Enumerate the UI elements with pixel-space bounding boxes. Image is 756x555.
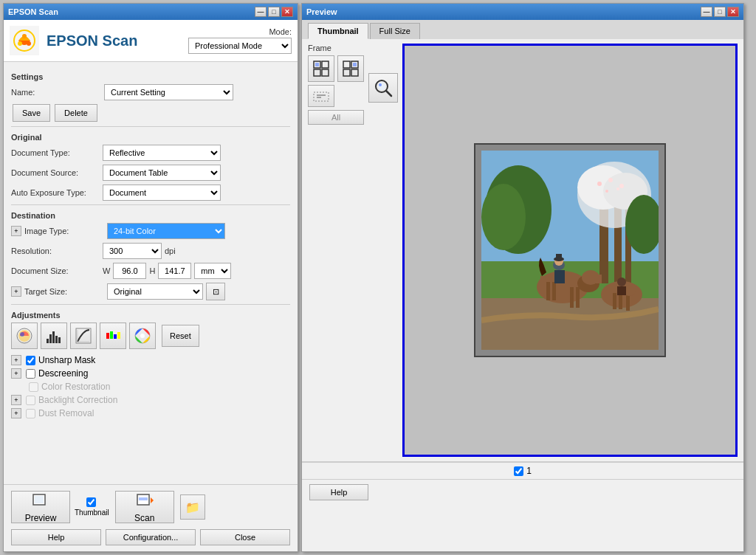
- svg-point-41: [378, 83, 385, 90]
- backlight-checkbox[interactable]: [26, 396, 35, 405]
- auto-exposure-row: Auto Exposure Type: Document: [11, 185, 290, 201]
- dust-removal-checkbox[interactable]: [26, 409, 35, 418]
- color-restoration-checkbox[interactable]: [29, 382, 38, 392]
- frame-controls: Frame: [302, 39, 743, 462]
- svg-rect-9: [49, 334, 52, 343]
- document-source-select[interactable]: Document Table: [103, 165, 221, 181]
- preview-maximize-btn[interactable]: □: [714, 7, 726, 17]
- frame-auto-btn[interactable]: [308, 55, 334, 82]
- svg-rect-66: [554, 270, 565, 283]
- epson-minimize-btn[interactable]: —: [255, 7, 267, 17]
- svg-rect-57: [540, 276, 549, 282]
- epson-maximize-btn[interactable]: □: [268, 7, 280, 17]
- tone-icon-btn[interactable]: [70, 323, 97, 349]
- svg-rect-32: [343, 61, 350, 68]
- h-label: H: [149, 266, 155, 275]
- target-size-select[interactable]: Original: [107, 283, 203, 300]
- original-section-label: Original: [11, 133, 290, 142]
- target-size-expand[interactable]: +: [11, 286, 21, 297]
- preview-window-title: Preview: [306, 7, 337, 16]
- document-size-label: Document Size:: [11, 266, 100, 275]
- tab-fullsize[interactable]: Full Size: [370, 23, 420, 39]
- dpi-label: dpi: [165, 247, 176, 255]
- color-wheel-icon-btn[interactable]: [129, 323, 156, 349]
- folder-button[interactable]: 📁: [180, 494, 205, 520]
- backlight-expand[interactable]: +: [11, 395, 21, 405]
- color-restoration-label: Color Restoration: [41, 382, 110, 392]
- frame-delete-btn[interactable]: [308, 85, 334, 107]
- scan-button[interactable]: Scan: [115, 491, 174, 523]
- svg-rect-64: [596, 275, 602, 283]
- auto-exposure-select[interactable]: Document: [103, 185, 221, 201]
- w-label: W: [103, 266, 110, 275]
- svg-rect-30: [322, 69, 329, 76]
- unit-select[interactable]: mm: [194, 263, 231, 279]
- svg-point-76: [617, 278, 626, 286]
- preview-help-button[interactable]: Help: [309, 484, 368, 500]
- target-size-row: + Target Size: Original ⊡: [11, 283, 290, 300]
- thumbnail-image: [481, 151, 659, 350]
- svg-rect-31: [315, 63, 319, 66]
- mode-select[interactable]: Professional Mode: [188, 38, 292, 54]
- zoom-btn[interactable]: [368, 73, 398, 103]
- frame-checkbox-row: 1: [302, 462, 743, 479]
- image-type-expand[interactable]: +: [11, 226, 21, 236]
- descreening-checkbox[interactable]: [26, 369, 35, 379]
- epson-logo: [10, 26, 39, 55]
- dust-removal-label: Dust Removal: [38, 408, 94, 418]
- color-adj-icon-btn[interactable]: [11, 323, 38, 349]
- color-restoration-row: Color Restoration: [29, 382, 290, 392]
- unsharp-mask-expand[interactable]: +: [11, 355, 21, 365]
- width-input[interactable]: [113, 263, 146, 279]
- dust-removal-expand[interactable]: +: [11, 408, 21, 418]
- tab-thumbnail[interactable]: Thumbnail: [308, 23, 368, 39]
- name-select[interactable]: Current Setting: [104, 84, 233, 100]
- document-size-row: Document Size: W H mm: [11, 263, 290, 279]
- bottom-buttons: Preview Thumbnail Scan 📁: [4, 484, 298, 529]
- resolution-select[interactable]: 300: [103, 243, 162, 259]
- descreening-expand[interactable]: +: [11, 368, 21, 379]
- epson-close-btn[interactable]: ✕: [281, 7, 293, 17]
- settings-name-row: Name: Current Setting: [11, 84, 290, 100]
- svg-rect-61: [570, 287, 574, 308]
- auto-exposure-label: Auto Exposure Type:: [11, 188, 100, 197]
- image-type-row: + Image Type: 24-bit Color: [11, 223, 290, 239]
- epson-app-name: EPSON Scan: [47, 32, 137, 49]
- svg-point-79: [608, 178, 613, 182]
- color-balance-icon-btn[interactable]: [100, 323, 126, 349]
- save-button[interactable]: Save: [13, 104, 50, 122]
- mode-label-text: Mode:: [269, 27, 292, 36]
- target-size-btn[interactable]: ⊡: [206, 283, 225, 300]
- backlight-correction-row: + Backlight Correction: [11, 395, 290, 405]
- preview-button[interactable]: Preview: [11, 491, 70, 523]
- scan-frame: [402, 44, 738, 457]
- configuration-button[interactable]: Configuration...: [106, 529, 196, 545]
- svg-rect-28: [322, 61, 329, 68]
- delete-button[interactable]: Delete: [55, 104, 97, 122]
- preview-minimize-btn[interactable]: —: [701, 7, 712, 17]
- document-type-select[interactable]: Reflective: [103, 145, 221, 161]
- frame-single-btn[interactable]: [337, 55, 364, 82]
- svg-point-4: [27, 41, 31, 46]
- help-button[interactable]: Help: [11, 529, 101, 545]
- preview-window: Preview — □ ✕ Thumbnail Full Size Frame: [301, 3, 744, 552]
- reset-button[interactable]: Reset: [162, 325, 199, 347]
- document-type-label: Document Type:: [11, 148, 100, 157]
- close-window-button[interactable]: Close: [200, 529, 290, 545]
- frame-buttons: [308, 55, 364, 82]
- svg-rect-59: [546, 282, 550, 300]
- svg-rect-23: [35, 496, 44, 503]
- preview-close-btn[interactable]: ✕: [727, 7, 739, 17]
- svg-rect-62: [576, 287, 580, 308]
- all-button[interactable]: All: [308, 110, 364, 125]
- thumbnail-checkbox[interactable]: [75, 497, 108, 507]
- image-type-select[interactable]: 24-bit Color: [107, 223, 225, 239]
- frame-1-checkbox[interactable]: [514, 466, 523, 476]
- epson-title-controls: — □ ✕: [255, 7, 293, 17]
- svg-rect-74: [626, 294, 630, 311]
- svg-point-43: [379, 83, 382, 86]
- histogram-icon-btn[interactable]: [41, 323, 67, 349]
- height-input[interactable]: [158, 263, 191, 279]
- document-source-row: Document Source: Document Table: [11, 165, 290, 181]
- unsharp-mask-checkbox[interactable]: [26, 356, 35, 365]
